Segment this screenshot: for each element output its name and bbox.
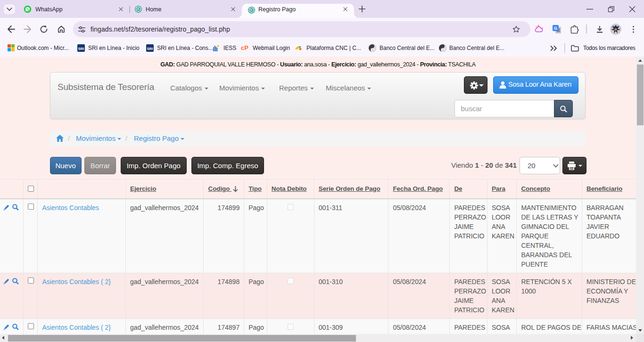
svg-text:SRI: SRI <box>147 47 153 51</box>
svg-text:SRI: SRI <box>78 47 84 51</box>
svg-text:G: G <box>554 26 557 31</box>
